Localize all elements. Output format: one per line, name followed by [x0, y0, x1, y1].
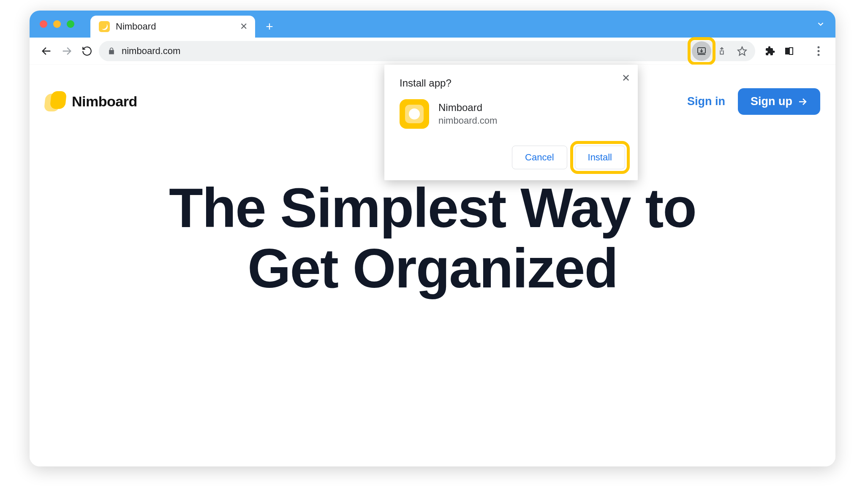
tab-favicon	[99, 21, 110, 32]
svg-point-9	[818, 50, 820, 52]
hero-headline: The Simplest Way to Get Organized	[30, 178, 835, 298]
close-window-button[interactable]	[40, 20, 47, 28]
tab-title: Nimboard	[116, 21, 156, 32]
lock-icon	[107, 47, 116, 55]
hero-text-pre: The	[169, 177, 280, 239]
maximize-window-button[interactable]	[67, 20, 74, 28]
arrow-right-icon	[797, 97, 808, 107]
logo-mark-icon	[45, 91, 66, 112]
address-bar-container: nimboard.com	[99, 41, 755, 61]
site-logo[interactable]: Nimboard	[45, 91, 137, 112]
browser-tab[interactable]: Nimboard ✕	[90, 16, 255, 38]
install-button-label: Install	[588, 152, 612, 163]
address-bar[interactable]: nimboard.com	[99, 41, 755, 61]
menu-button[interactable]	[810, 43, 827, 60]
cancel-button[interactable]: Cancel	[512, 146, 567, 169]
install-app-button[interactable]	[692, 41, 711, 61]
install-button[interactable]: Install	[575, 146, 625, 169]
popup-app-row: Nimboard nimboard.com	[400, 99, 625, 129]
popup-app-name: Nimboard	[438, 102, 497, 114]
tab-strip: Nimboard ✕ +	[30, 11, 835, 38]
popup-actions: Cancel Install	[400, 146, 625, 169]
install-app-popup: ✕ Install app? Nimboard nimboard.com Can…	[384, 65, 638, 180]
back-button[interactable]	[38, 43, 55, 60]
svg-point-10	[818, 54, 820, 56]
sign-up-button[interactable]: Sign up	[738, 88, 820, 115]
side-panel-button[interactable]	[781, 43, 797, 60]
hero-text-highlight: Simplest	[280, 178, 506, 238]
popup-app-icon	[400, 99, 429, 129]
minimize-window-button[interactable]	[53, 20, 61, 28]
browser-window: Nimboard ✕ + nimboard.com	[30, 11, 835, 466]
toolbar-right	[762, 43, 827, 60]
header-actions: Sign in Sign up	[687, 88, 820, 115]
hero-text-line2: Get Organized	[248, 237, 617, 299]
sign-in-link[interactable]: Sign in	[687, 95, 725, 108]
share-button[interactable]	[712, 41, 732, 61]
svg-rect-7	[789, 48, 793, 54]
tab-close-icon[interactable]: ✕	[240, 21, 248, 32]
page-content: Nimboard Sign in Sign up The Simplest Wa…	[30, 65, 835, 466]
svg-marker-5	[738, 47, 746, 55]
reload-button[interactable]	[79, 43, 95, 60]
browser-toolbar: nimboard.com	[30, 38, 835, 65]
bookmark-button[interactable]	[732, 41, 752, 61]
url-text: nimboard.com	[122, 46, 180, 57]
popup-title: Install app?	[400, 77, 625, 89]
svg-point-8	[818, 46, 820, 48]
sign-up-label: Sign up	[751, 95, 792, 108]
address-bar-actions	[692, 41, 752, 61]
new-tab-button[interactable]: +	[260, 17, 279, 36]
forward-button[interactable]	[58, 43, 75, 60]
hero-text-post: Way to	[506, 177, 696, 239]
popup-app-domain: nimboard.com	[438, 115, 497, 126]
popup-close-button[interactable]: ✕	[622, 72, 630, 84]
extensions-button[interactable]	[762, 43, 779, 60]
tab-overflow-chevron-icon[interactable]	[816, 19, 825, 29]
window-controls	[37, 11, 90, 38]
brand-name: Nimboard	[72, 93, 137, 110]
